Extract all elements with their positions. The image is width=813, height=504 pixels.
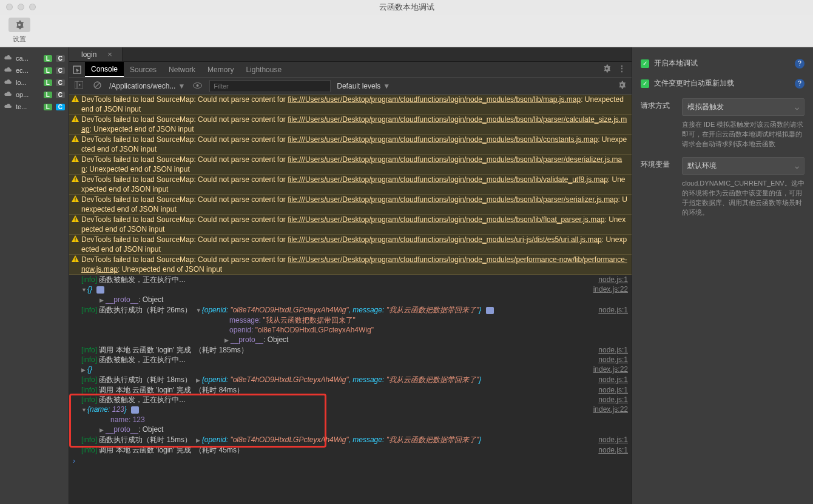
console-warning[interactable]: DevTools failed to load SourceMap: Could… <box>69 254 632 275</box>
auto-reload-checkbox[interactable]: ✓ 文件变更时自动重新加载 ? <box>641 78 805 89</box>
console-warning[interactable]: DevTools failed to load SourceMap: Could… <box>69 95 632 115</box>
svg-rect-17 <box>75 198 75 200</box>
cloud-badge: C <box>56 104 65 110</box>
console-log[interactable]: [info] 函数执行成功（耗时 26ms） {openid: "ol8eT4h… <box>69 305 632 315</box>
console-log[interactable]: [info] 函数执行成功（耗时 15ms） {openid: "ol8eT4h… <box>69 435 632 445</box>
local-badge: L <box>44 79 52 86</box>
gear-icon[interactable] <box>616 81 628 91</box>
devtools-tab-lighthouse[interactable]: Lighthouse <box>240 62 288 77</box>
copy-icon[interactable] <box>131 406 139 414</box>
settings-button[interactable]: 设置 <box>8 18 30 44</box>
console-log[interactable]: [info] 函数被触发，正在执行中...node.js:1 <box>69 395 632 405</box>
source-link[interactable]: node.js:1 <box>592 275 628 284</box>
function-name: op... <box>16 91 40 98</box>
function-item[interactable]: ec...LC <box>0 64 69 76</box>
console-log[interactable]: name: 123 <box>69 415 632 425</box>
devtools-tab-sources[interactable]: Sources <box>124 62 163 77</box>
console-warning[interactable]: DevTools failed to load SourceMap: Could… <box>69 154 632 175</box>
svg-rect-18 <box>75 201 75 201</box>
filter-input[interactable] <box>209 80 331 92</box>
function-item[interactable]: lo...LC <box>0 76 69 89</box>
devtools-tab-memory[interactable]: Memory <box>201 62 240 77</box>
window-title: 云函数本地调试 <box>379 2 434 13</box>
close-icon[interactable]: × <box>107 50 112 59</box>
clear-console-icon[interactable] <box>91 81 103 91</box>
console-log[interactable]: __proto__: Object <box>69 335 632 345</box>
devtools-panel: login × ConsoleSourcesNetworkMemoryLight… <box>69 47 632 504</box>
gear-icon[interactable] <box>602 64 611 75</box>
console-log[interactable]: [info] 调用 本地 云函数 'login' 完成 （耗时 185ms）no… <box>69 345 632 355</box>
console-log[interactable]: {name: 123} index.js:22 <box>69 405 632 415</box>
cloud-icon <box>4 67 12 74</box>
copy-icon[interactable] <box>486 307 494 314</box>
toggle-sidebar-icon[interactable] <box>73 81 85 90</box>
console-warning[interactable]: DevTools failed to load SourceMap: Could… <box>69 114 632 135</box>
request-mode-select[interactable]: 模拟器触发 ⌵ <box>682 98 805 116</box>
console-log[interactable]: {}index.js:22 <box>69 365 632 375</box>
console-warning[interactable]: DevTools failed to load SourceMap: Could… <box>69 194 632 215</box>
console-log[interactable]: [info] 调用 本地 云函数 'login' 完成 （耗时 84ms）nod… <box>69 385 632 395</box>
svg-rect-19 <box>75 218 75 220</box>
svg-line-4 <box>95 83 100 87</box>
help-icon[interactable]: ? <box>795 59 805 69</box>
svg-rect-22 <box>75 241 75 241</box>
help-icon[interactable]: ? <box>795 79 805 89</box>
minimize-window-icon[interactable] <box>18 4 24 10</box>
function-item[interactable]: ca...LC <box>0 52 69 64</box>
source-link[interactable]: node.js:1 <box>592 385 628 395</box>
source-link[interactable]: node.js:1 <box>592 355 628 365</box>
more-icon[interactable]: ⋮ <box>618 64 626 75</box>
source-link[interactable]: node.js:1 <box>592 435 628 445</box>
svg-rect-10 <box>75 121 75 121</box>
console-output[interactable]: DevTools failed to load SourceMap: Could… <box>69 95 632 504</box>
console-warning[interactable]: DevTools failed to load SourceMap: Could… <box>69 174 632 195</box>
console-log[interactable]: [info] 函数被触发，正在执行中...node.js:1 <box>69 275 632 284</box>
live-expression-icon[interactable] <box>191 82 203 90</box>
console-log[interactable]: __proto__: Object <box>69 295 632 305</box>
inspect-icon[interactable] <box>69 66 85 74</box>
source-link[interactable]: index.js:22 <box>587 365 628 375</box>
tab-login[interactable]: login × <box>69 47 123 61</box>
svg-point-6 <box>196 84 198 87</box>
source-link[interactable]: index.js:22 <box>587 284 628 295</box>
request-mode-field: 请求方式 模拟器触发 ⌵ 直接在 IDE 模拟器触发对该云函数的请求即可，在开启… <box>641 98 805 149</box>
console-log[interactable]: __proto__: Object <box>69 425 632 435</box>
copy-icon[interactable] <box>96 286 104 294</box>
source-link[interactable]: index.js:22 <box>587 405 628 415</box>
close-window-icon[interactable] <box>6 4 13 10</box>
source-link[interactable]: node.js:1 <box>592 305 628 315</box>
enable-local-debug-checkbox[interactable]: ✓ 开启本地调试 ? <box>641 58 805 69</box>
devtools-tab-console[interactable]: Console <box>85 62 124 77</box>
traffic-lights[interactable] <box>6 4 36 10</box>
console-prompt[interactable]: › <box>69 455 632 467</box>
console-log[interactable]: {} index.js:22 <box>69 284 632 295</box>
function-item[interactable]: te...LC <box>0 101 69 113</box>
source-link[interactable]: node.js:1 <box>592 445 628 455</box>
console-log[interactable]: [info] 调用 本地 云函数 'login' 完成 （耗时 45ms）nod… <box>69 445 632 455</box>
zoom-window-icon[interactable] <box>29 4 36 10</box>
console-warning[interactable]: DevTools failed to load SourceMap: Could… <box>69 134 632 155</box>
console-log[interactable]: [info] 函数执行成功（耗时 18ms） {openid: "ol8eT4h… <box>69 375 632 385</box>
local-badge: L <box>44 104 52 110</box>
console-log[interactable]: message: "我从云函数把数据带回来了" <box>69 315 632 325</box>
function-name: lo... <box>16 79 40 86</box>
cloud-icon <box>4 55 12 62</box>
source-link[interactable]: node.js:1 <box>592 345 628 355</box>
devtools-tabbar: ConsoleSourcesNetworkMemoryLighthouse ⋮ <box>69 62 632 78</box>
function-item[interactable]: op...LC <box>0 89 69 101</box>
console-warning[interactable]: DevTools failed to load SourceMap: Could… <box>69 234 632 255</box>
console-log[interactable]: [info] 函数被触发，正在执行中...node.js:1 <box>69 355 632 365</box>
source-link[interactable]: node.js:1 <box>592 375 628 385</box>
gear-icon <box>8 18 30 32</box>
function-name: ec... <box>16 67 40 74</box>
console-log[interactable]: openid: "ol8eT4hOD9HtxdLGPcteyxAh4Wig" <box>69 325 632 335</box>
console-warning[interactable]: DevTools failed to load SourceMap: Could… <box>69 214 632 235</box>
context-selector[interactable]: /Applications/wech...▼ <box>109 82 185 90</box>
local-badge: L <box>44 55 52 62</box>
local-badge: L <box>44 67 52 74</box>
cloud-badge: C <box>56 92 65 98</box>
source-link[interactable]: node.js:1 <box>592 395 628 405</box>
devtools-tab-network[interactable]: Network <box>163 62 201 77</box>
env-var-select[interactable]: 默认环境 ⌵ <box>682 157 805 175</box>
log-levels-selector[interactable]: Default levels▼ <box>337 82 390 90</box>
